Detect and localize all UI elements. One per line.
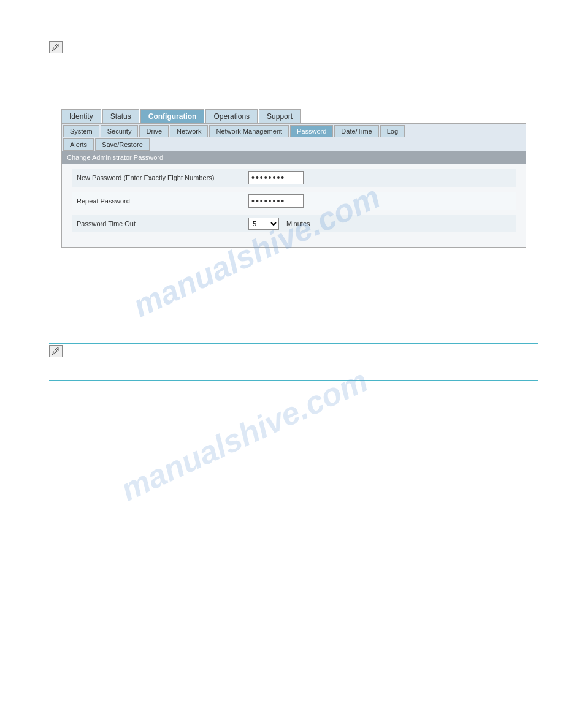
primary-tabs: Identity Status Configuration Operations… <box>61 109 526 123</box>
tab-configuration[interactable]: Configuration <box>140 109 205 123</box>
mid-divider <box>49 97 538 97</box>
new-password-field <box>248 171 304 184</box>
tab-identity[interactable]: Identity <box>61 109 101 123</box>
main-content: Identity Status Configuration Operations… <box>61 109 526 248</box>
repeat-password-field <box>248 194 304 208</box>
bottom-divider1 <box>49 343 538 344</box>
repeat-password-row: Repeat Password <box>72 192 516 210</box>
tab-system[interactable]: System <box>63 125 99 137</box>
bottom-rule-area1: 🖉 <box>49 343 538 356</box>
tab-log[interactable]: Log <box>380 125 405 137</box>
tab-datetime[interactable]: Date/Time <box>334 125 378 137</box>
top-divider <box>49 37 538 37</box>
secondary-tabs-row2: Alerts Save/Restore <box>61 137 526 151</box>
top-rule-area <box>49 37 538 40</box>
tab-operations[interactable]: Operations <box>205 109 258 123</box>
timeout-field: 5 10 15 30 Minutes <box>248 218 310 230</box>
timeout-row: Password Time Out 5 10 15 30 Minutes <box>72 215 516 232</box>
tab-network[interactable]: Network <box>170 125 208 137</box>
new-password-input[interactable] <box>248 171 304 184</box>
minutes-label: Minutes <box>286 220 310 227</box>
form-header: Change Administrator Password <box>62 151 526 164</box>
new-password-label: New Password (Enter Exactly Eight Number… <box>77 174 248 181</box>
secondary-tabs-row1: System Security Drive Network Network Ma… <box>61 123 526 137</box>
tab-save-restore[interactable]: Save/Restore <box>95 138 150 151</box>
timeout-label: Password Time Out <box>77 220 248 227</box>
new-password-row: New Password (Enter Exactly Eight Number… <box>72 169 516 187</box>
tab-alerts[interactable]: Alerts <box>63 138 94 151</box>
mid-rule-area <box>49 97 538 97</box>
tab-password[interactable]: Password <box>290 125 333 137</box>
form-container: Change Administrator Password New Passwo… <box>61 151 526 248</box>
repeat-password-input[interactable] <box>248 194 304 208</box>
form-body: New Password (Enter Exactly Eight Number… <box>62 164 526 247</box>
bottom-rule-area2 <box>49 380 538 381</box>
tab-security[interactable]: Security <box>101 125 139 137</box>
tab-drive[interactable]: Drive <box>139 125 169 137</box>
tab-support[interactable]: Support <box>259 109 301 123</box>
bottom-icon: 🖉 <box>49 345 63 357</box>
watermark2: manualshive.com <box>115 362 373 509</box>
tab-status[interactable]: Status <box>102 109 139 123</box>
tab-network-management[interactable]: Network Management <box>209 125 289 137</box>
repeat-password-label: Repeat Password <box>77 197 248 205</box>
top-icon: 🖉 <box>49 42 63 53</box>
bottom-divider2 <box>49 380 538 381</box>
timeout-select[interactable]: 5 10 15 30 <box>248 218 279 230</box>
page-wrapper: manualshive.com manualshive.com 🖉 Identi… <box>0 0 563 728</box>
